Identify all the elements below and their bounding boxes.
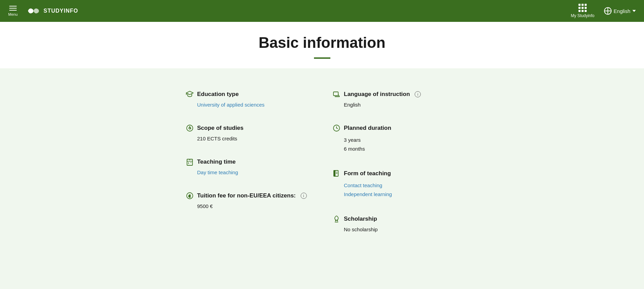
education-type-label-text: Education type: [197, 91, 239, 98]
svg-rect-10: [333, 92, 338, 96]
header-left: Menu STUDYINFO: [8, 6, 78, 16]
menu-label: Menu: [8, 12, 18, 16]
language-text: English: [614, 8, 630, 14]
header: Menu STUDYINFO My Studyinfo English: [0, 0, 644, 22]
teaching-time-value: Day time teaching: [186, 169, 312, 175]
tuition-fee-info-icon[interactable]: i: [301, 193, 307, 199]
form-of-teaching-value: Contact teaching Independent learning: [332, 181, 459, 198]
svg-text:€: €: [188, 194, 190, 198]
teaching-time-label: Teaching time: [186, 158, 312, 166]
teaching-time-label-text: Teaching time: [197, 159, 236, 165]
language-icon: [332, 90, 341, 98]
scholarship-value: No scholarship: [332, 226, 459, 232]
logo-text: STUDYINFO: [44, 8, 78, 14]
language-info-icon[interactable]: i: [415, 91, 421, 97]
scholarship-label-text: Scholarship: [344, 216, 377, 222]
title-section: Basic information: [0, 22, 644, 68]
info-grid: Education type University of applied sci…: [117, 82, 527, 240]
scope-of-studies-label-text: Scope of studies: [197, 125, 244, 132]
tuition-fee-item: € Tuition fee for non-EU/EEA citizens: i…: [186, 183, 312, 217]
planned-duration-months: 6 months: [344, 144, 459, 153]
logo-icon: [26, 6, 41, 16]
scope-of-studies-value: 210 ECTS credits: [186, 136, 312, 141]
grid-icon: [578, 4, 587, 12]
teaching-time-item: Teaching time Day time teaching: [186, 150, 312, 183]
page-title: Basic information: [0, 34, 644, 51]
education-icon: [186, 90, 194, 98]
book-icon: [332, 169, 341, 178]
language-of-instruction-value: English: [332, 102, 459, 108]
euro-icon: €: [186, 192, 194, 200]
form-of-teaching-item: Form of teaching Contact teaching Indepe…: [332, 161, 459, 207]
education-type-value: University of applied sciences: [186, 102, 312, 108]
svg-rect-13: [334, 170, 335, 176]
form-of-teaching-contact: Contact teaching: [344, 181, 459, 190]
my-studyinfo-button[interactable]: My Studyinfo: [571, 4, 594, 18]
language-of-instruction-label: Language of instruction i: [332, 90, 459, 98]
scholarship-icon: [332, 215, 341, 223]
scope-of-studies-label: Scope of studies: [186, 124, 312, 132]
title-divider: [314, 57, 330, 59]
form-of-teaching-independent: Independent learning: [344, 190, 459, 199]
scope-icon: [186, 124, 194, 132]
tuition-fee-label: € Tuition fee for non-EU/EEA citizens: i: [186, 192, 312, 200]
language-of-instruction-label-text: Language of instruction: [344, 91, 410, 98]
planned-duration-item: Planned duration 3 years 6 months: [332, 116, 459, 161]
chevron-down-icon: [632, 10, 636, 12]
scholarship-item: Scholarship No scholarship: [332, 207, 459, 240]
teaching-time-icon: [186, 158, 194, 166]
form-of-teaching-label: Form of teaching: [332, 169, 459, 178]
globe-icon: [604, 7, 612, 15]
scope-of-studies-item: Scope of studies 210 ECTS credits: [186, 116, 312, 150]
planned-duration-value: 3 years 6 months: [332, 136, 459, 153]
tuition-fee-value: 9500 €: [186, 203, 312, 209]
planned-duration-label-text: Planned duration: [344, 125, 391, 132]
planned-duration-label: Planned duration: [332, 124, 459, 132]
my-studyinfo-label: My Studyinfo: [571, 13, 594, 18]
menu-button[interactable]: Menu: [8, 6, 18, 16]
education-type-label: Education type: [186, 90, 312, 98]
left-column: Education type University of applied sci…: [186, 82, 312, 240]
header-right: My Studyinfo English: [571, 4, 636, 18]
language-of-instruction-item: Language of instruction i English: [332, 82, 459, 116]
logo[interactable]: STUDYINFO: [26, 6, 78, 16]
clock-icon: [332, 124, 341, 132]
scholarship-label: Scholarship: [332, 215, 459, 223]
right-column: Language of instruction i English Planne…: [332, 82, 459, 240]
form-of-teaching-label-text: Form of teaching: [344, 170, 391, 177]
language-selector[interactable]: English: [604, 7, 636, 15]
tuition-fee-label-text: Tuition fee for non-EU/EEA citizens:: [197, 192, 296, 199]
hamburger-icon: [9, 6, 17, 11]
planned-duration-years: 3 years: [344, 136, 459, 144]
content-section: Education type University of applied sci…: [0, 68, 644, 261]
education-type-item: Education type University of applied sci…: [186, 82, 312, 116]
